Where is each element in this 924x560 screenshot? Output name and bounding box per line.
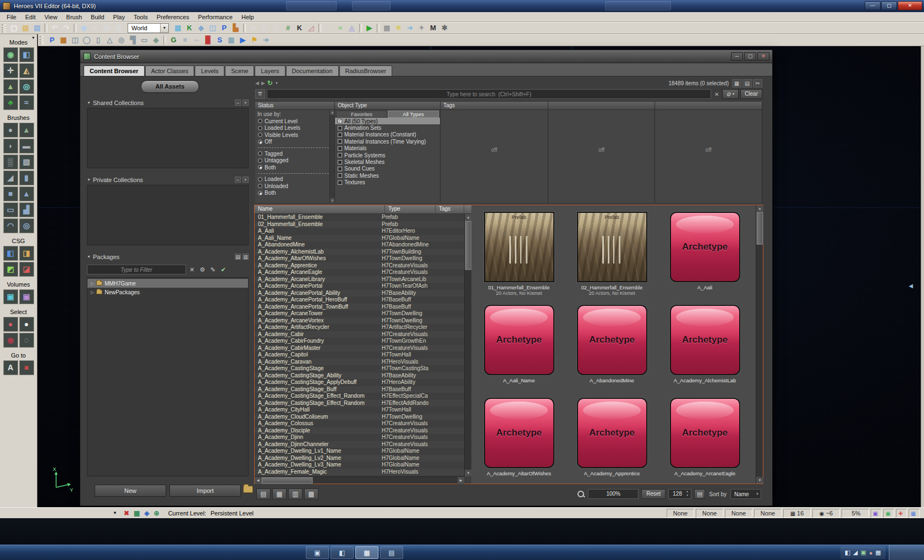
scrollbar-thumb[interactable] [262,477,312,484]
open-folder-icon[interactable]: ▧ [20,23,31,34]
type-filter-row[interactable]: Sound Cues [335,166,440,172]
load-radio-option[interactable]: Unloaded [255,183,334,190]
separator[interactable] [163,36,166,45]
menu-item[interactable]: Performance [194,13,237,21]
level-grid-icon[interactable]: ◈ [144,509,149,517]
toolbar-grip[interactable] [40,36,43,45]
asset-row[interactable]: A_Academy_CabirMaster H7CreatureVisuals [255,345,464,352]
package-filter-input[interactable] [87,265,186,274]
separator[interactable] [243,24,246,32]
status-radio-option[interactable]: Loaded Levels [255,125,334,132]
csg-deintersect-icon[interactable]: ◪ [19,262,34,277]
reset-button[interactable]: Reset [641,489,666,499]
find-actor-icon[interactable]: ◉ [78,23,90,34]
goto-actor-icon[interactable]: A [3,360,18,375]
status-none-cell[interactable]: None [754,509,782,518]
new-file-icon[interactable]: ▢ [8,23,20,34]
small-thumbnails-icon[interactable]: ▦ [272,488,287,499]
type-filter-row[interactable]: Material Instances (Time Varying) [335,138,440,145]
content-browser-icon[interactable]: ▦ [172,23,184,34]
spiral-tool-icon[interactable]: ◎ [19,79,34,94]
snap-grid-icon[interactable]: # [282,23,294,34]
preferences-icon[interactable]: ✱ [439,23,450,34]
asset-row[interactable]: A_Academy_ArcaneVortex H7TownDwelling [255,317,464,325]
target-status-icon[interactable]: ⊕ [154,509,160,517]
tags-column-header[interactable]: Tags [436,205,464,213]
package-row[interactable]: MMH7Game [87,279,248,288]
goto-builder-icon[interactable]: ■ [19,360,34,375]
mound-brush-icon[interactable]: ▲ [19,123,34,138]
asset-row[interactable]: A_Academy_AlchemistLab H7TownBuilding [255,249,464,256]
asset-row[interactable]: A_Academy_CastingStage_Effect_Random H7E… [255,393,464,400]
asset-row[interactable]: A_Academy_CabirFoundry H7TownGrowthEn [255,338,464,345]
large-thumbnails-icon[interactable]: ▩ [304,488,318,499]
redo-icon[interactable]: ↷ [61,23,72,34]
drag-grid-cell[interactable]: ▦16 [783,509,811,518]
taskbar-clock-area[interactable] [889,545,924,560]
geometry-mode-icon[interactable]: ◧ [19,47,34,62]
list-scrollbar[interactable] [464,214,471,476]
build-geometry-icon[interactable]: ▩ [381,23,393,34]
asset-row[interactable]: A_Academy_CloudColiseum H7TownDwelling [255,414,464,421]
asset-row[interactable]: A_Academy_CastingStage_Buff H7BaseBuff [255,386,464,393]
type-filter-row[interactable]: Material Instances (Constant) [335,131,440,138]
status-radio-option[interactable]: Visible Levels [255,131,334,139]
toolbar-grip[interactable] [2,24,6,32]
camera-status-icon[interactable]: ▣ [871,509,882,518]
asset-tile[interactable]: Archetype A_Academy_ArcaneEagle [659,398,750,484]
rotation-grid-cell[interactable]: ◉~6 [812,509,840,518]
cone-brush-icon[interactable]: ▲ [19,186,34,201]
geometry-stairs-icon[interactable]: ▜ [127,35,139,46]
package-row[interactable]: NewPackages [87,288,248,297]
socket-icon[interactable]: ◌ [323,23,334,34]
asset-row[interactable]: A_Academy_Djinn H7CreatureVisuals [255,434,464,441]
add-collection-icon[interactable] [243,100,249,106]
list-options-icon[interactable]: ▤ [694,489,705,499]
add-status-icon[interactable]: ✚ [896,509,907,518]
tab-documentation[interactable]: Documentation [286,65,339,76]
build-all-icon[interactable]: ✦ [416,23,427,34]
curve-editor-icon[interactable]: ≈ [334,23,346,34]
select-red-icon[interactable]: ● [3,317,18,332]
asset-row[interactable]: 01_Hammerfall_Ensemble Prefab [255,214,464,221]
shared-collections-header[interactable]: Shared Collections [87,98,249,107]
mirror-icon[interactable]: ⇔ [191,35,202,46]
letter-s-icon[interactable]: S [214,35,226,46]
scale-icon[interactable]: ◇ [271,23,282,34]
asset-row[interactable]: A_Academy_CastingStage_Ability H7BaseAbi… [255,372,464,380]
asset-row[interactable]: A_Academy_ArcanePortal_HeroBuff H7BaseBu… [255,297,464,304]
type-filter-row[interactable]: Textures [335,179,440,186]
geometry-sphere-icon[interactable]: ◯ [81,35,92,46]
grid-scrollbar[interactable] [756,205,763,484]
menu-item[interactable]: Help [237,13,258,21]
rotate-icon[interactable]: ↻ [259,23,271,34]
asset-row[interactable]: A_AbandonedMine H7AbandonedMine [255,241,464,249]
medium-thumbnails-icon[interactable]: ▥ [288,488,302,499]
letter-p-icon[interactable]: P [218,23,230,34]
remove-collection-icon[interactable] [235,177,241,183]
asset-row[interactable]: A_Academy_CastingStage H7TownCastingSta [255,365,464,372]
csg-add-icon[interactable]: ◧ [3,246,18,261]
package-layout-icon[interactable]: ▤ [743,79,752,87]
asset-row[interactable]: A_Academy_Apprentice H7CreatureVisuals [255,262,464,270]
list-view-icon[interactable]: ▤ [256,488,271,499]
asset-row[interactable]: A_Academy_Capitol H7TownHall [255,352,464,359]
list-horizontal-scrollbar[interactable] [255,476,464,484]
geometry-cube-icon[interactable]: ◫ [69,35,81,46]
letter-m-icon[interactable]: M [427,23,439,34]
private-collections-header[interactable]: Private Collections [87,175,249,184]
asset-row[interactable]: A_Academy_CastingStage_ApplyDebuff H7Her… [255,379,464,386]
menu-item[interactable]: Play [109,13,129,21]
trigger-volume-icon[interactable]: ▣ [19,289,34,304]
asset-row[interactable]: A_Academy_ArtifactRecycler H7ArtifactRec… [255,324,464,331]
zoom-level[interactable]: 100% [588,489,639,499]
package-list-view-icon[interactable] [235,254,241,260]
noise-brush-icon[interactable]: ▒ [3,155,18,169]
align-icon[interactable]: ≡ [179,35,191,46]
asset-row[interactable]: A_Academy_Disciple H7CreatureVisuals [255,427,464,435]
new-button[interactable]: New [95,485,166,497]
collapse-arrow-icon[interactable] [87,255,91,259]
type-filter-row[interactable]: Particle Systems [335,152,440,158]
close-button[interactable] [757,52,769,61]
paste-icon[interactable]: ▨ [113,23,124,34]
